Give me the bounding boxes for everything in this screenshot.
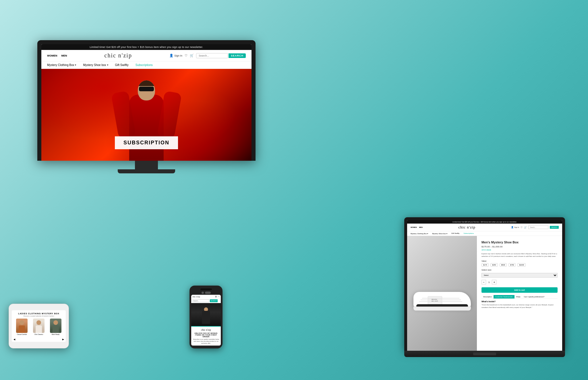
- work-image: [50, 319, 61, 333]
- category-work[interactable]: Work Ready: [50, 319, 61, 335]
- phone-outer: chic n'zip ☰ ⋯ SEARCH chic n'zip: [189, 286, 223, 348]
- qty-decrease-button[interactable]: −: [481, 280, 486, 284]
- tablet-outer: LADIES CLOTHING MYSTERY BOX Discover a c…: [9, 304, 69, 348]
- value-btn-500[interactable]: $500: [500, 263, 507, 267]
- tab-description[interactable]: Description: [481, 295, 494, 298]
- phone-notch: [200, 288, 212, 290]
- monitor-screen-outer: Limited time! Get $20 off your first box…: [37, 40, 256, 161]
- lp-header-right: 👤 Sign In ♡ 🛒 SEARCH: [511, 226, 559, 229]
- lp-signin-button[interactable]: 👤 Sign In: [511, 226, 519, 228]
- value-btn-1000[interactable]: $1000: [517, 263, 526, 267]
- tablet-nav-controls: ◀ ▶: [12, 337, 66, 342]
- casual-label: Casual Comfort: [16, 334, 28, 335]
- model-hair: [138, 80, 155, 86]
- monitor-stand-base: [118, 169, 175, 173]
- sneaker: PRADAMILANO: [413, 276, 471, 311]
- hero-section: SUBSCRIPTION: [41, 69, 252, 161]
- lp-search-button[interactable]: SEARCH: [550, 226, 559, 229]
- casual-image: [16, 319, 28, 333]
- cart-icon[interactable]: 🛒: [190, 54, 194, 57]
- wishlist-icon[interactable]: ♡: [185, 54, 187, 57]
- nav-men[interactable]: MEN: [61, 54, 67, 57]
- lace-3: [422, 298, 459, 298]
- camera-icon: [202, 292, 204, 294]
- ph-popup-logo: chic n'zip: [193, 328, 219, 331]
- whats-inside-title: What's Inside?: [481, 300, 558, 303]
- search-input[interactable]: [196, 53, 228, 58]
- lp-nav-top: WOMEN MEN: [411, 226, 423, 228]
- lp-nav-mystery-shoe[interactable]: Mystery Shoe box ▾: [432, 232, 447, 234]
- lp-logo[interactable]: chic n'zip: [458, 225, 475, 230]
- model-sunglasses: [139, 87, 154, 91]
- nav-subscriptions[interactable]: Subscriptions: [136, 63, 153, 67]
- model-head: [138, 80, 155, 100]
- value-btn-175[interactable]: $175: [481, 263, 489, 267]
- value-btn-750[interactable]: $750: [508, 263, 516, 267]
- tab-faqs[interactable]: FAQs: [514, 295, 522, 298]
- tab-preferences[interactable]: Can I specify preferences?: [522, 295, 546, 298]
- hero-subscription-label: SUBSCRIPTION: [115, 136, 178, 149]
- ph-popup-text: Subscribe to our weekly newsletter below…: [193, 338, 219, 344]
- header-right: 👤 Sign In ♡ 🛒 SEARCH: [169, 53, 246, 58]
- laptop-touchpad: [473, 352, 496, 355]
- site-logo[interactable]: chic n'zip: [105, 52, 132, 59]
- nav-women[interactable]: WOMEN: [47, 54, 57, 57]
- value-btn-250[interactable]: $250: [490, 263, 498, 267]
- lp-header: WOMEN MEN chic n'zip 👤 Sign In ♡ 🛒 SEARC…: [407, 224, 562, 231]
- lp-product-price: $175.00 – $1,000.00: [481, 245, 558, 248]
- ph-header: chic n'zip ☰ ⋯: [191, 295, 221, 299]
- lp-nav-gift-swiftly[interactable]: Gift Swiftly: [451, 232, 459, 234]
- qty-value: 1: [488, 281, 490, 284]
- lp-banner: Limited time! Get $20 off your first box…: [407, 220, 562, 224]
- lp-nav-men[interactable]: MEN: [419, 226, 423, 228]
- lp-nav-subscriptions[interactable]: Subscriptions: [463, 232, 474, 234]
- sign-in-button[interactable]: 👤 Sign In: [169, 54, 182, 57]
- lp-size-dropdown[interactable]: Select: [481, 273, 558, 278]
- search-button[interactable]: SEARCH: [229, 53, 246, 58]
- tablet-screen: LADIES CLOTHING MYSTERY BOX Discover a c…: [12, 310, 66, 342]
- tablet-categories: Casual Comfort Chic Classics Work Ready: [12, 319, 66, 335]
- category-casual[interactable]: Casual Comfort: [16, 319, 28, 335]
- sneaker-sole: [413, 307, 471, 311]
- banner-text: Limited time! Get $20 off your first box…: [90, 46, 203, 49]
- lp-value-label: Value: [481, 260, 558, 262]
- tab-testimonials[interactable]: Customer Testimonials: [494, 295, 514, 298]
- lp-wishlist-icon[interactable]: ♡: [521, 226, 523, 229]
- ph-logo[interactable]: chic n'zip: [192, 296, 200, 298]
- lp-cart-icon[interactable]: 🛒: [524, 226, 527, 229]
- lp-product-info: Men's Mystery Shoe Box $175.00 – $1,000.…: [477, 236, 562, 351]
- monitor: Limited time! Get $20 off your first box…: [37, 40, 256, 173]
- ph-more-icon: ⋯: [218, 296, 220, 298]
- lp-size-label: Select size:: [481, 269, 558, 271]
- tablet: LADIES CLOTHING MYSTERY BOX Discover a c…: [9, 304, 69, 348]
- lp-product-description: Explore top men's fashion trends with ou…: [481, 253, 558, 258]
- lp-nav-main: Mystery Clothing Box ▾ Mystery Shoe box …: [407, 231, 562, 236]
- ph-search-input[interactable]: [192, 299, 209, 302]
- nav-mystery-shoe[interactable]: Mystery Shoe box ▾: [83, 63, 108, 67]
- lp-product-stock: 16 in stock: [481, 249, 558, 251]
- ph-search: SEARCH: [191, 299, 221, 303]
- lp-search-input[interactable]: [528, 226, 548, 229]
- prev-arrow-icon[interactable]: ◀: [13, 338, 15, 341]
- lp-person-icon: 👤: [511, 226, 514, 228]
- lp-nav-women[interactable]: WOMEN: [411, 226, 417, 228]
- search-bar: SEARCH: [196, 53, 246, 58]
- category-chic[interactable]: Chic Classics: [33, 319, 45, 335]
- qty-increase-button[interactable]: +: [492, 280, 496, 284]
- sneaker-container: PRADAMILANO: [407, 236, 477, 351]
- nav-mystery-clothing[interactable]: Mystery Clothing Box ▾: [47, 63, 76, 67]
- chevron-down-icon: ▾: [75, 64, 76, 66]
- lp-nav-mystery-clothing[interactable]: Mystery Clothing Box ▾: [411, 232, 428, 234]
- tablet-subtitle: Discover a curated selection of women's …: [12, 315, 66, 319]
- next-arrow-icon[interactable]: ▶: [62, 338, 64, 341]
- ph-search-button[interactable]: SEARCH: [210, 299, 218, 302]
- laptop-screen-inner: Limited time! Get $20 off your first box…: [407, 220, 562, 351]
- speaker-icon: [205, 292, 211, 294]
- add-to-cart-button[interactable]: Add to cart: [481, 287, 558, 293]
- tablet-title: LADIES CLOTHING MYSTERY BOX: [12, 310, 66, 315]
- lp-product-title: Men's Mystery Shoe Box: [481, 241, 558, 244]
- ph-popup: chic n'zip UNLOCK $15 OF BONUS ITEMS ON …: [191, 326, 221, 346]
- laptop-screen-outer: Limited time! Get $20 off your first box…: [404, 217, 565, 351]
- monitor-stand-neck: [135, 161, 158, 169]
- nav-gift-swiftly[interactable]: Gift Swiftly: [115, 63, 129, 67]
